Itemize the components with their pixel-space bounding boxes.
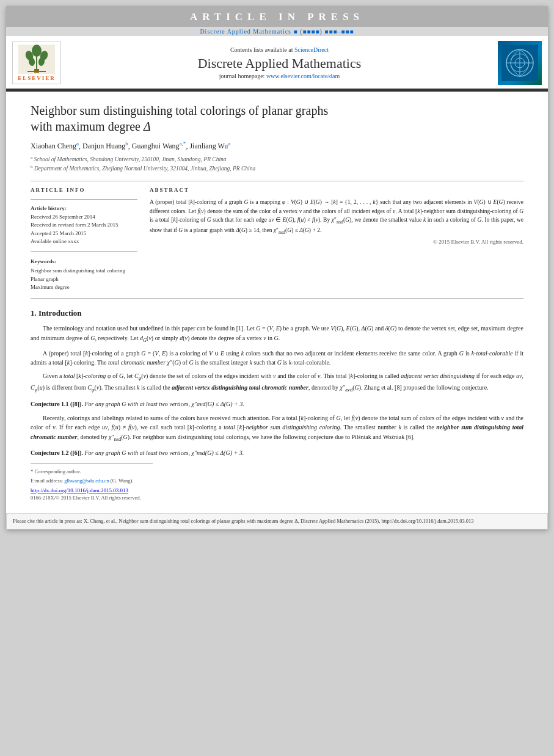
- page: ARTICLE IN PRESS Discrete Applied Mathem…: [6, 6, 548, 529]
- journal-title: Discrete Applied Mathematics: [67, 56, 492, 71]
- received-date: Received 26 September 2014: [31, 213, 137, 222]
- conjecture-1-2: Conjecture 1.2 ([6]). For any graph G wi…: [31, 448, 523, 457]
- accepted-date: Accepted 25 March 2015: [31, 230, 137, 238]
- dam-logo-icon: [501, 45, 538, 81]
- affiliation-b: b Department of Mathematics, Zhejiang No…: [31, 164, 523, 173]
- footnote-corresponding: * Corresponding author.: [31, 468, 523, 476]
- homepage-link[interactable]: www.elsevier.com/locate/dam: [266, 73, 340, 79]
- intro-heading: 1. Introduction: [31, 307, 523, 319]
- intro-para1: The terminology and notation used but un…: [31, 324, 523, 344]
- body-divider: [31, 298, 523, 299]
- history-label: Article history:: [31, 205, 137, 213]
- svg-point-2: [32, 45, 42, 57]
- abstract-section: ABSTRACT A (proper) total [k]-coloring o…: [150, 186, 523, 292]
- article-content: Neighbor sum distinguishing total colori…: [6, 92, 548, 507]
- keyword-1: Neighbor sum distinguishing total colori…: [31, 267, 137, 275]
- journal-header: ELSEVIER Contents lists available at Sci…: [6, 36, 548, 90]
- footnote-email: E-mail address: glhwang@sdu.edu.cn (G. W…: [31, 477, 523, 485]
- article-title: Neighbor sum distinguishing total colori…: [31, 103, 523, 134]
- copyright-line: © 2015 Elsevier B.V. All rights reserved…: [150, 238, 523, 247]
- sciencedirect-link[interactable]: ScienceDirect: [294, 46, 329, 53]
- journal-homepage: journal homepage: www.elsevier.com/locat…: [67, 73, 492, 79]
- intro-para2: A (proper) total [k]-coloring of a graph…: [31, 349, 523, 368]
- conjecture-1-1-label: Conjecture 1.1 ([8]).: [31, 401, 83, 407]
- email-link[interactable]: glhwang@sdu.edu.cn: [64, 478, 109, 484]
- footnote-divider: [31, 463, 153, 464]
- citation-bar: Please cite this article in press as: X.…: [6, 513, 548, 529]
- conjecture-1-1: Conjecture 1.1 ([8]). For any graph G wi…: [31, 399, 523, 409]
- aip-subline: Discrete Applied Mathematics ■ (■■■■) ■■…: [6, 27, 548, 36]
- info-abstract-container: ARTICLE INFO Article history: Received 2…: [31, 186, 523, 292]
- authors-line: Xiaohan Chenga, Danjun Huangb, Guanghui …: [31, 140, 523, 151]
- keyword-2: Planar graph: [31, 275, 137, 284]
- info-divider: [31, 181, 523, 181]
- affiliation-a: a School of Mathematics, Shandong Univer…: [31, 154, 523, 164]
- abstract-text: A (proper) total [k]-coloring of a graph…: [150, 198, 523, 236]
- aip-banner: ARTICLE IN PRESS: [6, 6, 548, 27]
- keywords-section: Keywords: Neighbor sum distinguishing to…: [31, 258, 137, 292]
- aip-banner-text: ARTICLE IN PRESS: [190, 11, 364, 23]
- journal-center: Contents lists available at ScienceDirec…: [67, 46, 492, 79]
- keyword-3: Maximum degree: [31, 283, 137, 292]
- intro-para4: Recently, colorings and labelings relate…: [31, 413, 523, 444]
- conjecture-1-2-label: Conjecture 1.2 ([6]).: [31, 449, 83, 456]
- doi-anchor[interactable]: http://dx.doi.org/10.1016/j.dam.2015.03.…: [31, 487, 128, 493]
- keywords-divider: [31, 251, 137, 252]
- elsevier-logo-left: ELSEVIER: [12, 42, 61, 84]
- journal-logo-right: [498, 41, 542, 85]
- citation-text: Please cite this article in press as: X.…: [13, 518, 474, 524]
- article-info: ARTICLE INFO Article history: Received 2…: [31, 186, 137, 292]
- keywords-label: Keywords:: [31, 258, 137, 266]
- aip-subline-text: Discrete Applied Mathematics ■ (■■■■) ■■…: [200, 28, 354, 35]
- doi-link[interactable]: http://dx.doi.org/10.1016/j.dam.2015.03.…: [31, 487, 523, 493]
- affiliations: a School of Mathematics, Shandong Univer…: [31, 154, 523, 173]
- article-info-header: ARTICLE INFO: [31, 186, 137, 195]
- contents-link: Contents lists available at ScienceDirec…: [67, 46, 492, 53]
- conjecture-1-1-text: For any graph G with at least two vertic…: [84, 401, 244, 407]
- elsevier-tree-icon: [18, 45, 55, 74]
- body-content: 1. Introduction The terminology and nota…: [31, 307, 523, 458]
- abstract-header: ABSTRACT: [150, 186, 523, 195]
- intro-para3: Given a total [k]-coloring φ of G, let C…: [31, 371, 523, 394]
- revised-date: Received in revised form 2 March 2015: [31, 221, 137, 230]
- available-date: Available online xxxx: [31, 238, 137, 246]
- conjecture-1-2-text: For any graph G with at least two vertic…: [84, 449, 244, 456]
- info-inner-divider: [31, 199, 137, 200]
- rights-line: 0166-218X/© 2015 Elsevier B.V. All right…: [31, 495, 523, 501]
- elsevier-label: ELSEVIER: [18, 75, 56, 81]
